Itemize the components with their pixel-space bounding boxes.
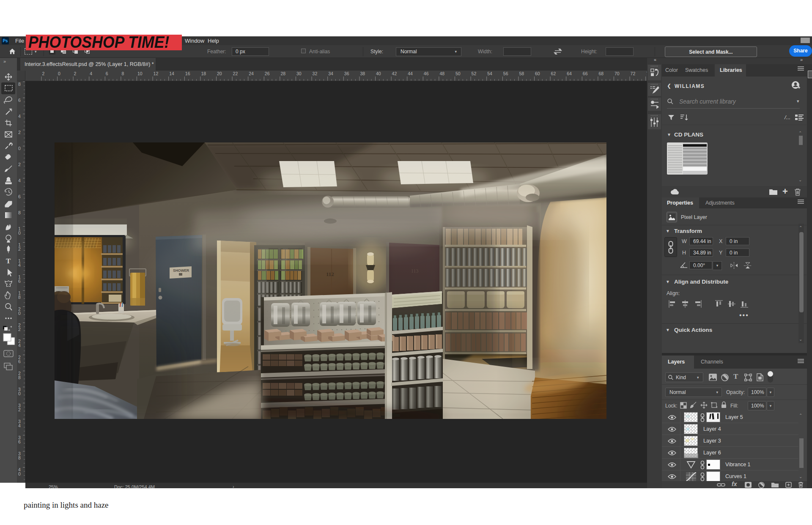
svg-text:58: 58 — [519, 71, 524, 76]
svg-text:38: 38 — [360, 71, 365, 76]
svg-text:60: 60 — [535, 71, 540, 76]
svg-text:44: 44 — [408, 71, 413, 76]
svg-text:62: 62 — [551, 71, 556, 76]
svg-text:8: 8 — [121, 71, 124, 76]
svg-text:8: 8 — [18, 295, 21, 300]
svg-text:4: 4 — [90, 71, 92, 76]
svg-text:0: 0 — [18, 391, 21, 396]
svg-text:42: 42 — [392, 71, 397, 76]
svg-text:2: 2 — [74, 71, 77, 76]
svg-text:66: 66 — [583, 71, 588, 76]
svg-text:6: 6 — [18, 359, 21, 364]
svg-text:2: 2 — [18, 246, 21, 252]
svg-text:64: 64 — [567, 71, 572, 76]
svg-text:2: 2 — [18, 162, 21, 167]
svg-text:2: 2 — [18, 130, 21, 135]
svg-text:18: 18 — [201, 71, 206, 76]
svg-text:2: 2 — [18, 407, 21, 412]
svg-text:48: 48 — [439, 71, 444, 76]
svg-text:4: 4 — [18, 423, 21, 428]
svg-text:28: 28 — [280, 71, 285, 76]
svg-text:0: 0 — [18, 471, 21, 476]
svg-text:T: T — [6, 257, 11, 265]
svg-text:8: 8 — [18, 82, 21, 87]
svg-text:4: 4 — [18, 114, 21, 119]
svg-text:0: 0 — [18, 311, 21, 316]
svg-text:6: 6 — [106, 71, 108, 76]
svg-text:26: 26 — [265, 71, 270, 76]
svg-text:46: 46 — [424, 71, 429, 76]
svg-text:50: 50 — [455, 71, 461, 76]
svg-text:32: 32 — [313, 71, 318, 76]
svg-text:2: 2 — [42, 71, 44, 76]
svg-text:24: 24 — [249, 71, 254, 76]
svg-text:68: 68 — [598, 71, 604, 76]
svg-text:30: 30 — [296, 71, 302, 76]
svg-text:4: 4 — [18, 343, 21, 348]
svg-text:0: 0 — [58, 71, 60, 76]
svg-text:4: 4 — [18, 262, 21, 268]
svg-text:52: 52 — [472, 71, 477, 76]
svg-text:6: 6 — [18, 439, 21, 444]
svg-text:72: 72 — [631, 71, 636, 76]
svg-text:20: 20 — [217, 71, 222, 76]
svg-text:34: 34 — [328, 71, 333, 76]
svg-text:8: 8 — [18, 455, 21, 460]
svg-text:0: 0 — [18, 146, 21, 151]
svg-text:16: 16 — [185, 71, 190, 76]
svg-text:4: 4 — [18, 178, 21, 183]
svg-text:0: 0 — [18, 230, 21, 235]
svg-text:6: 6 — [18, 98, 21, 103]
svg-text:22: 22 — [233, 71, 238, 76]
svg-text:8: 8 — [18, 210, 21, 215]
svg-text:12: 12 — [154, 71, 159, 76]
svg-text:70: 70 — [614, 71, 620, 76]
svg-text:54: 54 — [487, 71, 492, 76]
svg-text:6: 6 — [18, 279, 21, 284]
svg-text:14: 14 — [169, 71, 174, 76]
svg-text:40: 40 — [376, 71, 381, 76]
svg-text:2: 2 — [18, 327, 21, 332]
svg-text:8: 8 — [18, 375, 21, 380]
svg-text:56: 56 — [503, 71, 508, 76]
svg-text:10: 10 — [137, 71, 143, 76]
svg-text:6: 6 — [18, 194, 21, 199]
svg-text:36: 36 — [344, 71, 349, 76]
svg-text:»: » — [3, 59, 6, 64]
